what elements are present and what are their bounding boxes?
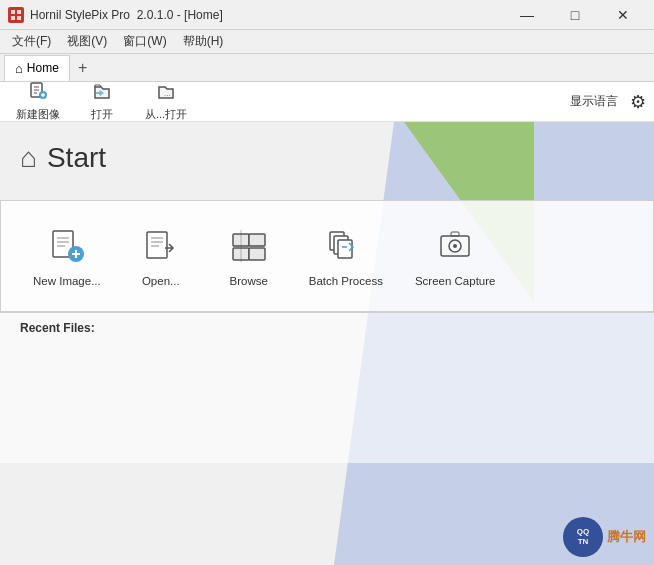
svg-rect-3 [17, 16, 21, 20]
svg-text:TN: TN [578, 537, 589, 546]
settings-button[interactable]: ⚙ [630, 91, 646, 113]
new-image-icon [28, 81, 48, 105]
browse-action-icon [228, 225, 270, 267]
new-image-action-label: New Image... [33, 275, 101, 287]
start-title-text: Start [47, 142, 106, 174]
svg-rect-1 [17, 10, 21, 14]
watermark: QQ TN 腾牛网 [563, 517, 646, 557]
tab-home[interactable]: ⌂ Home [4, 55, 70, 81]
recent-files-content [20, 335, 634, 455]
menu-help[interactable]: 帮助(H) [175, 31, 232, 52]
action-batch-process[interactable]: Batch Process [297, 217, 395, 295]
home-tab-icon: ⌂ [15, 61, 23, 76]
new-image-button[interactable]: 新建图像 [8, 84, 68, 120]
main-content: ⌂ Start New Image... [0, 122, 654, 565]
watermark-logo: QQ TN [563, 517, 603, 557]
toolbar-right: 显示语言 ⚙ [570, 91, 646, 113]
screen-capture-action-icon [434, 225, 476, 267]
svg-point-34 [453, 244, 457, 248]
open-from-button[interactable]: ... 从...打开 [136, 84, 196, 120]
title-bar: Hornil StylePix Pro 2.0.1.0 - [Home] — □… [0, 0, 654, 30]
menu-file[interactable]: 文件(F) [4, 31, 59, 52]
open-action-label: Open... [142, 275, 180, 287]
language-button[interactable]: 显示语言 [570, 93, 618, 110]
actions-grid: New Image... Open... [0, 200, 654, 312]
title-bar-left: Hornil StylePix Pro 2.0.1.0 - [Home] [8, 7, 223, 23]
browse-action-label: Browse [230, 275, 268, 287]
start-home-icon: ⌂ [20, 142, 37, 174]
app-icon [8, 7, 24, 23]
minimize-button[interactable]: — [504, 0, 550, 30]
new-image-action-icon [46, 225, 88, 267]
svg-rect-19 [147, 232, 167, 258]
action-browse[interactable]: Browse [209, 217, 289, 295]
toolbar-left: 新建图像 打开 ... 从...打开 [8, 84, 196, 120]
tab-home-label: Home [27, 61, 59, 75]
new-image-label: 新建图像 [16, 107, 60, 122]
action-new-image[interactable]: New Image... [21, 217, 113, 295]
start-section: ⌂ Start [0, 122, 654, 200]
svg-text:QQ: QQ [577, 527, 589, 536]
menu-window[interactable]: 窗口(W) [115, 31, 174, 52]
open-action-icon [140, 225, 182, 267]
maximize-button[interactable]: □ [552, 0, 598, 30]
menu-bar: 文件(F) 视图(V) 窗口(W) 帮助(H) [0, 30, 654, 54]
title-bar-controls: — □ ✕ [504, 0, 646, 30]
menu-view[interactable]: 视图(V) [59, 31, 115, 52]
recent-section: Recent Files: [0, 312, 654, 463]
svg-rect-2 [11, 16, 15, 20]
recent-files-label: Recent Files: [20, 321, 95, 335]
svg-rect-31 [338, 240, 352, 258]
svg-rect-26 [249, 248, 265, 260]
open-button[interactable]: 打开 [72, 84, 132, 120]
batch-action-icon [325, 225, 367, 267]
tab-bar: ⌂ Home + [0, 54, 654, 82]
toolbar: 新建图像 打开 ... 从...打开 显示语言 ⚙ [0, 82, 654, 122]
title-bar-text: Hornil StylePix Pro 2.0.1.0 - [Home] [30, 8, 223, 22]
action-screen-capture[interactable]: Screen Capture [403, 217, 508, 295]
open-from-icon: ... [156, 81, 176, 105]
close-button[interactable]: ✕ [600, 0, 646, 30]
action-open[interactable]: Open... [121, 217, 201, 295]
open-label: 打开 [91, 107, 113, 122]
add-tab-button[interactable]: + [70, 56, 95, 80]
open-icon [92, 81, 112, 105]
screen-capture-action-label: Screen Capture [415, 275, 496, 287]
svg-text:...: ... [164, 89, 171, 98]
start-title: ⌂ Start [20, 142, 634, 174]
watermark-text: 腾牛网 [607, 528, 646, 546]
batch-action-label: Batch Process [309, 275, 383, 287]
open-from-label: 从...打开 [145, 107, 187, 122]
svg-rect-24 [249, 234, 265, 246]
svg-rect-0 [11, 10, 15, 14]
